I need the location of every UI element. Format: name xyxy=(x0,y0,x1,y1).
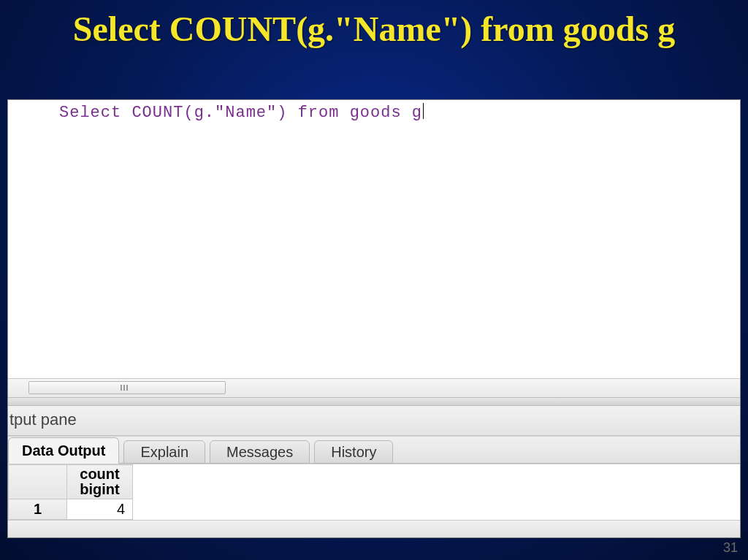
column-name: count xyxy=(75,467,125,482)
slide-title: Select COUNT(g."Name") from goods g xyxy=(0,0,748,55)
table-row[interactable]: 1 4 xyxy=(9,499,133,520)
grid-footer xyxy=(8,520,740,537)
editor-horizontal-scrollbar[interactable] xyxy=(8,378,740,397)
pane-splitter[interactable] xyxy=(8,397,740,406)
sql-text: Select COUNT(g."Name") from goods g xyxy=(59,104,422,122)
column-header-count[interactable]: count bigint xyxy=(67,465,133,499)
cell-value[interactable]: 4 xyxy=(67,499,133,520)
column-type: bigint xyxy=(75,482,125,497)
tab-explain[interactable]: Explain xyxy=(123,440,205,464)
sql-editor[interactable]: Select COUNT(g."Name") from goods g xyxy=(8,100,740,378)
tab-data-output[interactable]: Data Output xyxy=(8,437,119,464)
output-pane-title: tput pane xyxy=(8,406,740,436)
result-grid: count bigint 1 4 xyxy=(8,464,740,520)
text-caret xyxy=(423,103,424,119)
tab-history[interactable]: History xyxy=(314,440,393,464)
output-tabs: Data Output Explain Messages History xyxy=(8,436,740,464)
pgadmin-panel: Select COUNT(g."Name") from goods g tput… xyxy=(7,99,741,538)
row-number: 1 xyxy=(9,499,67,520)
corner-header xyxy=(9,465,67,499)
slide-page-number: 31 xyxy=(723,540,738,556)
tab-messages[interactable]: Messages xyxy=(210,440,310,464)
scrollbar-thumb[interactable] xyxy=(28,381,226,394)
